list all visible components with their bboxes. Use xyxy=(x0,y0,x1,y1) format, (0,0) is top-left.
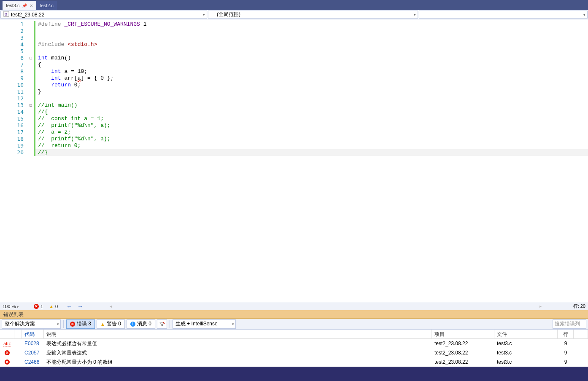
errors-filter-button[interactable]: ✕错误 3 xyxy=(66,319,95,329)
error-project: test2_23.08.22 xyxy=(432,349,494,357)
chevron-down-icon: ▾ xyxy=(414,13,416,17)
messages-filter-button[interactable]: i消息 0 xyxy=(127,319,155,329)
chevron-down-icon: ▾ xyxy=(232,322,234,326)
code-line[interactable]: #include <stdio.h> xyxy=(35,41,588,48)
solution-filter-dropdown[interactable]: 整个解决方案▾ xyxy=(2,319,61,329)
code-line[interactable]: //{ xyxy=(35,109,588,115)
warning-icon: ▲ xyxy=(49,304,54,309)
scroll-left-icon[interactable]: ◂ xyxy=(110,304,112,309)
fold-toggle xyxy=(28,142,34,149)
code-line[interactable]: // return 0; xyxy=(35,142,588,149)
zoom-dropdown[interactable]: 100 % ▾ xyxy=(3,304,28,309)
intellisense-error-icon: abc xyxy=(3,341,11,346)
warning-count[interactable]: ▲0 xyxy=(49,304,58,309)
code-line[interactable] xyxy=(35,28,588,35)
info-icon: i xyxy=(130,322,135,327)
error-line: 9 xyxy=(558,340,574,347)
scroll-right-icon[interactable]: ▸ xyxy=(539,304,542,309)
cursor-position: 行: 20 xyxy=(573,303,585,309)
code-content[interactable]: #define _CRT_ESCURE_NO_WARNINGS 1#includ… xyxy=(35,19,588,302)
member-scope-dropdown[interactable]: ▾ xyxy=(419,11,588,19)
error-line: 9 xyxy=(558,358,574,366)
code-line[interactable]: //} xyxy=(35,149,588,156)
fold-toggle xyxy=(28,35,34,41)
tab-label: test3.c xyxy=(6,3,19,8)
fold-toggle xyxy=(28,95,34,102)
fold-toggle xyxy=(28,62,34,68)
code-line[interactable]: // printf("%d\n", a); xyxy=(35,136,588,142)
tab-test3[interactable]: test3.c 📌 ✕ xyxy=(3,1,36,10)
clear-filter-button[interactable] xyxy=(157,319,167,329)
build-source-dropdown[interactable]: 生成 + IntelliSense▾ xyxy=(173,319,236,329)
svg-text:⧉: ⧉ xyxy=(5,12,8,16)
error-row[interactable]: ✕C2057应输入常量表达式test2_23.08.22test3.c9 xyxy=(0,348,588,357)
error-description: 应输入常量表达式 xyxy=(44,349,432,357)
function-scope-dropdown[interactable]: (全局范围) ▾ xyxy=(208,11,418,19)
col-desc[interactable]: 说明 xyxy=(44,330,432,338)
fold-toggle xyxy=(28,28,34,35)
fold-toggle xyxy=(28,68,34,75)
error-search-input[interactable]: 搜索错误列 xyxy=(553,319,586,329)
chevron-down-icon: ▾ xyxy=(583,13,585,17)
error-file: test3.c xyxy=(494,349,558,357)
code-line[interactable]: int a = 10; xyxy=(35,68,588,75)
code-line[interactable] xyxy=(35,48,588,55)
error-description: 不能分配常量大小为 0 的数组 xyxy=(44,358,432,367)
col-file[interactable]: 文件 xyxy=(494,330,558,338)
fold-toggle xyxy=(28,109,34,115)
error-row[interactable]: abcE0028表达式必须含有常量值test2_23.08.22test3.c9 xyxy=(0,339,588,348)
error-list-title[interactable]: 错误列表 xyxy=(0,310,588,319)
error-count[interactable]: ✕1 xyxy=(34,304,43,309)
code-line[interactable] xyxy=(35,95,588,102)
warnings-filter-button[interactable]: ▲警告 0 xyxy=(97,319,125,329)
outlining-margin[interactable]: ⊟⊟ xyxy=(28,19,34,302)
code-line[interactable]: { xyxy=(35,62,588,68)
fold-toggle xyxy=(28,21,34,28)
error-icon: ✕ xyxy=(5,350,10,355)
error-row[interactable]: ✕C2466不能分配常量大小为 0 的数组test2_23.08.22test3… xyxy=(0,357,588,367)
editor-status-bar: 100 % ▾ ✕1 ▲0 ← → ◂ ▸ 行: 20 xyxy=(0,302,588,310)
fold-toggle xyxy=(28,82,34,89)
code-line[interactable]: // const int a = 1; xyxy=(35,115,588,122)
code-line[interactable]: // printf("%d\n", a); xyxy=(35,122,588,129)
chevron-down-icon: ▾ xyxy=(57,322,59,326)
indicator-margin xyxy=(0,19,8,302)
separator xyxy=(170,320,170,328)
error-icon: ✕ xyxy=(34,304,39,309)
code-line[interactable] xyxy=(35,35,588,41)
error-code: E0028 xyxy=(22,340,44,347)
tab-test2[interactable]: test2.c xyxy=(36,1,57,10)
chevron-down-icon: ▾ xyxy=(203,13,205,17)
code-line[interactable]: int arr[a] = { 0 }; xyxy=(35,75,588,82)
line-number-gutter: 1234567891011121314151617181920 xyxy=(8,19,28,302)
code-line[interactable]: //int main() xyxy=(35,102,588,109)
col-line[interactable]: 行 xyxy=(558,330,574,338)
fold-toggle xyxy=(28,122,34,129)
nav-back-icon[interactable]: ← xyxy=(66,303,72,310)
code-line[interactable]: #define _CRT_ESCURE_NO_WARNINGS 1 xyxy=(35,21,588,28)
code-line[interactable]: return 0; xyxy=(35,82,588,89)
pin-icon[interactable]: 📌 xyxy=(22,3,27,8)
error-line: 9 xyxy=(558,349,574,357)
code-line[interactable]: } xyxy=(35,89,588,95)
close-icon[interactable]: ✕ xyxy=(30,3,33,8)
code-line[interactable]: int main() xyxy=(35,55,588,62)
fold-toggle xyxy=(28,48,34,55)
error-code: C2057 xyxy=(22,349,44,357)
error-project: test2_23.08.22 xyxy=(432,358,494,366)
col-code[interactable]: 代码 xyxy=(22,330,44,338)
nav-forward-icon[interactable]: → xyxy=(77,303,83,310)
fold-toggle xyxy=(28,75,34,82)
col-project[interactable]: 项目 xyxy=(432,330,494,338)
document-tabstrip: test3.c 📌 ✕ test2.c xyxy=(0,0,588,10)
scope-text: test2_23.08.22 xyxy=(11,12,44,18)
code-line[interactable]: // a = 2; xyxy=(35,129,588,136)
error-icon: ✕ xyxy=(70,322,75,327)
separator xyxy=(63,320,64,328)
fold-toggle[interactable]: ⊟ xyxy=(28,102,34,109)
error-table-header[interactable]: 代码 说明 项目 文件 行 xyxy=(0,330,588,339)
project-scope-dropdown[interactable]: ⧉ test2_23.08.22 ▾ xyxy=(0,11,207,19)
fold-toggle[interactable]: ⊟ xyxy=(28,55,34,62)
fold-toggle xyxy=(28,89,34,95)
code-editor[interactable]: 1234567891011121314151617181920 ⊟⊟ #defi… xyxy=(0,19,588,302)
